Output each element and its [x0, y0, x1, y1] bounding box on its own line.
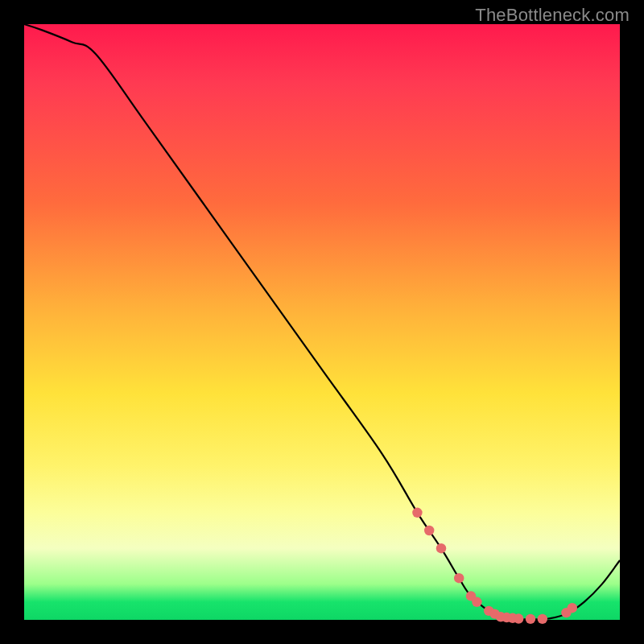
plot-area: [24, 24, 620, 620]
watermark-text: TheBottleneck.com: [475, 5, 630, 26]
marker-dot: [424, 526, 434, 535]
marker-dot: [514, 613, 523, 623]
marker-dot: [436, 543, 446, 553]
highlight-markers: [412, 508, 577, 624]
chart-frame: TheBottleneck.com: [0, 0, 644, 644]
marker-dot: [568, 603, 577, 613]
marker-dot: [538, 614, 547, 624]
curve-layer: [24, 24, 620, 620]
marker-dot: [472, 597, 481, 607]
marker-dot: [412, 508, 422, 518]
marker-dot: [454, 573, 464, 583]
marker-dot: [526, 614, 535, 624]
bottleneck-curve: [24, 24, 620, 619]
